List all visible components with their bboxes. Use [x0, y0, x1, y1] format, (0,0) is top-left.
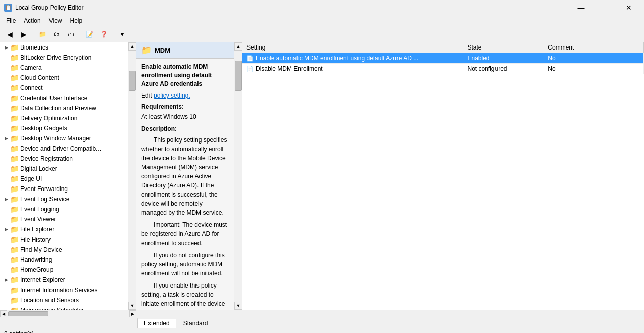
maximize-button[interactable]: □ — [593, 0, 616, 15]
tree-item-location-sensors[interactable]: 📁 Location and Sensors — [0, 295, 128, 305]
tree-item-label: Event Logging — [20, 206, 59, 213]
tree-item-edge-ui[interactable]: 📁 Edge UI — [0, 174, 128, 184]
policy-setting-link[interactable]: policy setting. — [154, 92, 190, 99]
middle-header-title: MDM — [155, 46, 170, 54]
tab-extended[interactable]: Extended — [137, 318, 176, 328]
tree-item-connect[interactable]: 📁 Connect — [0, 83, 128, 93]
tree-item-event-logging[interactable]: 📁 Event Logging — [0, 204, 128, 214]
tab-standard[interactable]: Standard — [177, 318, 215, 328]
expand-icon: ▶ — [2, 195, 10, 203]
tree-item-device-driver[interactable]: 📁 Device and Driver Compatib... — [0, 144, 128, 154]
menu-view[interactable]: View — [45, 16, 66, 25]
middle-header: 📁 MDM — [136, 42, 234, 59]
properties-button[interactable]: 📝 — [83, 28, 96, 40]
folder-icon: 📁 — [10, 94, 18, 102]
table-row[interactable]: 📄 Enable automatic MDM enrollment using … — [242, 53, 644, 64]
tree-item-label: Digital Locker — [20, 165, 57, 172]
tree-item-file-history[interactable]: 📁 File History — [0, 234, 128, 245]
tree-scroll-track — [128, 51, 136, 302]
up-button[interactable]: 📁 — [36, 28, 49, 40]
tree-scroll-down-arrow[interactable]: ▼ — [128, 302, 136, 310]
tree-item-handwriting[interactable]: 📁 Handwriting — [0, 255, 128, 265]
description-para-4: If you enable this policy setting, a tas… — [141, 281, 229, 310]
folder-icon: 📁 — [10, 225, 18, 233]
show-hide-button[interactable]: 🗂 — [50, 28, 63, 40]
tree-item-biometrics[interactable]: ▶ 📁 Biometrics — [0, 42, 128, 53]
expand-icon — [2, 205, 10, 213]
forward-button[interactable]: ▶ — [17, 28, 30, 40]
tree-item-find-my-device[interactable]: 📁 Find My Device — [0, 245, 128, 255]
tree-item-label: BitLocker Drive Encryption — [20, 54, 91, 61]
folder-icon: 📁 — [10, 185, 18, 193]
new-window-button[interactable]: 🗃 — [64, 28, 77, 40]
tree-item-event-log-svc[interactable]: ▶ 📁 Event Log Service — [0, 194, 128, 204]
right-panel: Setting State Comment 📄 Enable automatic… — [242, 42, 644, 310]
tree-scroll-thumb[interactable] — [129, 71, 136, 91]
col-setting[interactable]: Setting — [242, 42, 463, 53]
tree-panel: ▶ 📁 Biometrics 📁 BitLocker Drive Encrypt… — [0, 42, 128, 310]
middle-scrollbar: ▲ ▼ — [234, 42, 242, 310]
h-scroll-thumb[interactable] — [8, 311, 48, 316]
expand-icon — [2, 256, 10, 264]
h-scroll-left-arrow[interactable]: ◀ — [0, 310, 7, 317]
tree-item-maintenance[interactable]: 📁 Maintenance Scheduler — [0, 305, 128, 310]
toolbar: ◀ ▶ 📁 🗂 🗃 📝 ❓ ▼ — [0, 26, 644, 42]
tree-item-file-explorer[interactable]: ▶ 📁 File Explorer — [0, 224, 128, 234]
tree-item-device-reg[interactable]: 📁 Device Registration — [0, 154, 128, 164]
expand-icon: ▶ — [2, 134, 10, 142]
tree-item-desktop-gadgets[interactable]: 📁 Desktop Gadgets — [0, 123, 128, 133]
menu-help[interactable]: Help — [66, 16, 87, 25]
folder-icon: 📁 — [10, 215, 18, 223]
toolbar-separator-3 — [113, 29, 113, 39]
h-scroll-right-arrow[interactable]: ▶ — [129, 310, 136, 317]
col-state[interactable]: State — [463, 42, 543, 53]
setting-cell: 📄 Disable MDM Enrollment — [242, 64, 463, 74]
tree-item-data-collection[interactable]: 📁 Data Collection and Preview — [0, 103, 128, 113]
middle-scroll-track — [234, 51, 242, 302]
tree-item-label: Connect — [20, 84, 43, 91]
back-button[interactable]: ◀ — [3, 28, 16, 40]
folder-icon: 📁 — [10, 145, 18, 153]
help-button[interactable]: ❓ — [97, 28, 110, 40]
edit-prefix: Edit — [141, 92, 154, 99]
col-comment[interactable]: Comment — [543, 42, 644, 53]
menu-file[interactable]: File — [2, 16, 20, 25]
state-cell: Not configured — [463, 64, 543, 74]
folder-icon: 📁 — [10, 74, 18, 82]
folder-icon: 📁 — [10, 134, 18, 142]
filter-button[interactable]: ▼ — [116, 28, 129, 40]
app-icon: 📋 — [4, 4, 12, 12]
folder-icon: 📁 — [10, 286, 18, 294]
tree-item-label: Internet Explorer — [20, 276, 65, 283]
middle-scroll-up-arrow[interactable]: ▲ — [234, 42, 242, 51]
tree-item-delivery[interactable]: 📁 Delivery Optimization — [0, 113, 128, 123]
tree-item-event-fwd[interactable]: 📁 Event Forwarding — [0, 184, 128, 194]
middle-panel: 📁 MDM Enable automatic MDM enrollment us… — [136, 42, 234, 310]
tree-item-credential[interactable]: 📁 Credential User Interface — [0, 93, 128, 103]
expand-icon — [2, 246, 10, 254]
tree-item-event-viewer[interactable]: 📁 Event Viewer — [0, 214, 128, 224]
menu-action[interactable]: Action — [20, 16, 44, 25]
tree-item-iis[interactable]: 📁 Internet Information Services — [0, 285, 128, 295]
tree-item-camera[interactable]: 📁 Camera — [0, 63, 128, 73]
table-row[interactable]: 📄 Disable MDM Enrollment Not configured … — [242, 64, 644, 74]
close-button[interactable]: ✕ — [617, 0, 640, 15]
tree-item-desktop-window-mgr[interactable]: ▶ 📁 Desktop Window Manager — [0, 133, 128, 144]
expand-icon — [2, 215, 10, 223]
tree-item-internet-explorer[interactable]: ▶ 📁 Internet Explorer — [0, 275, 128, 285]
middle-scroll-thumb[interactable] — [235, 61, 242, 91]
middle-scroll-down-arrow[interactable]: ▼ — [234, 302, 242, 310]
expand-icon — [2, 175, 10, 183]
tree-scroll-up-arrow[interactable]: ▲ — [128, 42, 136, 51]
tree-item-bitlocker[interactable]: 📁 BitLocker Drive Encryption — [0, 53, 128, 63]
tree-item-homegroup[interactable]: 📁 HomeGroup — [0, 265, 128, 275]
tree-item-label: Location and Sensors — [20, 297, 79, 304]
tree-item-digital-locker[interactable]: 📁 Digital Locker — [0, 164, 128, 174]
tree-item-cloud-content[interactable]: 📁 Cloud Content — [0, 73, 128, 83]
tabs-area: Extended Standard — [0, 317, 644, 328]
folder-icon: 📁 — [10, 175, 18, 183]
tree-item-label: Credential User Interface — [20, 94, 87, 102]
tree-item-label: Device and Driver Compatib... — [20, 145, 101, 152]
settings-table-wrapper: Setting State Comment 📄 Enable automatic… — [242, 42, 644, 310]
minimize-button[interactable]: — — [570, 0, 592, 15]
